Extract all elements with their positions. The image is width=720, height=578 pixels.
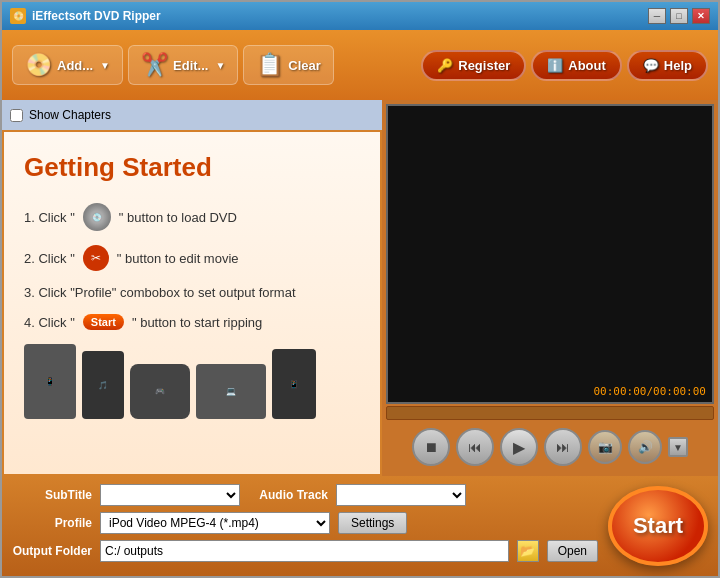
window-title: iEffectsoft DVD Ripper (32, 9, 648, 23)
start-button-area: Start (608, 486, 708, 566)
show-chapters-bar: Show Chapters (2, 100, 382, 130)
step-2: 2. Click " ✂ " button to edit movie (24, 245, 360, 271)
audio-track-select[interactable] (336, 484, 466, 506)
key-icon: 🔑 (437, 58, 453, 73)
clear-icon: 📋 (256, 52, 283, 78)
info-icon: ℹ️ (547, 58, 563, 73)
output-folder-label: Output Folder (12, 544, 92, 558)
step-3: 3. Click "Profile" combobox to set outpu… (24, 285, 360, 300)
step-1: 1. Click " 💿 " button to load DVD (24, 203, 360, 231)
window-controls: ─ □ ✕ (648, 8, 710, 24)
getting-started-panel: Getting Started 1. Click " 💿 " button to… (4, 132, 380, 474)
close-button[interactable]: ✕ (692, 8, 710, 24)
minimize-button[interactable]: ─ (648, 8, 666, 24)
getting-started-title: Getting Started (24, 152, 360, 183)
stop-button[interactable]: ⏹ (412, 428, 450, 466)
clear-button[interactable]: 📋 Clear (243, 45, 334, 85)
device-ipod: 🎵 (82, 351, 124, 419)
progress-bar-container[interactable] (386, 406, 714, 420)
help-button[interactable]: 💬 Help (627, 50, 708, 81)
device-psp: 🎮 (130, 364, 190, 419)
toolbar: 📀 Add... ▼ ✂️ Edit... ▼ 📋 Clear 🔑 Regist… (2, 30, 718, 100)
video-player-panel: 00:00:00/00:00:00 ⏹ ⏮ ▶ ⏭ 📷 🔊 ▼ (382, 100, 718, 476)
maximize-button[interactable]: □ (670, 8, 688, 24)
bottom-bar: SubTitle Audio Track Profile iPod Video … (2, 476, 718, 576)
about-button[interactable]: ℹ️ About (531, 50, 622, 81)
play-button[interactable]: ▶ (500, 428, 538, 466)
profile-label: Profile (12, 516, 92, 530)
volume-button[interactable]: 🔊 (628, 430, 662, 464)
edit-inline-icon: ✂ (83, 245, 109, 271)
show-chapters-label: Show Chapters (29, 108, 111, 122)
settings-button[interactable]: Settings (338, 512, 407, 534)
playback-controls: ⏹ ⏮ ▶ ⏭ 📷 🔊 ▼ (386, 422, 714, 472)
device-images: 📱 🎵 🎮 💻 📱 (24, 344, 360, 419)
show-chapters-checkbox[interactable] (10, 109, 23, 122)
device-phone: 📱 (24, 344, 76, 419)
register-label: Register (458, 58, 510, 73)
device-phone2: 📱 (272, 349, 316, 419)
subtitle-label: SubTitle (12, 488, 92, 502)
browse-folder-button[interactable]: 📂 (517, 540, 539, 562)
expand-button[interactable]: ▼ (668, 437, 688, 457)
subtitle-audio-row: SubTitle Audio Track (12, 484, 598, 506)
about-label: About (568, 58, 606, 73)
start-badge-icon: Start (83, 314, 124, 330)
edit-icon: ✂️ (141, 52, 168, 78)
start-icon: Start (633, 513, 683, 539)
prev-button[interactable]: ⏮ (456, 428, 494, 466)
video-display: 00:00:00/00:00:00 (386, 104, 714, 404)
subtitle-select[interactable] (100, 484, 240, 506)
audio-track-label: Audio Track (248, 488, 328, 502)
main-content: Show Chapters Getting Started 1. Click "… (2, 100, 718, 476)
audio-track-dropdown-container (336, 484, 466, 506)
clear-label: Clear (288, 58, 321, 73)
edit-button[interactable]: ✂️ Edit... ▼ (128, 45, 238, 85)
next-button[interactable]: ⏭ (544, 428, 582, 466)
title-bar: 📀 iEffectsoft DVD Ripper ─ □ ✕ (2, 2, 718, 30)
bottom-rows: SubTitle Audio Track Profile iPod Video … (12, 484, 598, 562)
add-arrow-icon: ▼ (100, 60, 110, 71)
edit-label: Edit... (173, 58, 208, 73)
start-rip-button[interactable]: Start (608, 486, 708, 566)
snapshot-button[interactable]: 📷 (588, 430, 622, 464)
output-folder-row: Output Folder 📂 Open (12, 540, 598, 562)
subtitle-dropdown-container (100, 484, 240, 506)
main-window: 📀 iEffectsoft DVD Ripper ─ □ ✕ 📀 Add... … (0, 0, 720, 578)
add-icon: 📀 (25, 52, 52, 78)
video-time-display: 00:00:00/00:00:00 (593, 385, 706, 398)
register-button[interactable]: 🔑 Register (421, 50, 526, 81)
device-laptop: 💻 (196, 364, 266, 419)
help-icon: 💬 (643, 58, 659, 73)
dvd-icon: 💿 (83, 203, 111, 231)
open-button[interactable]: Open (547, 540, 598, 562)
add-label: Add... (57, 58, 93, 73)
left-panel: Show Chapters Getting Started 1. Click "… (2, 100, 382, 476)
profile-select[interactable]: iPod Video MPEG-4 (*.mp4) (100, 512, 330, 534)
profile-row: Profile iPod Video MPEG-4 (*.mp4) Settin… (12, 512, 598, 534)
output-path-input[interactable] (100, 540, 509, 562)
add-button[interactable]: 📀 Add... ▼ (12, 45, 123, 85)
app-icon: 📀 (10, 8, 26, 24)
edit-arrow-icon: ▼ (215, 60, 225, 71)
help-label: Help (664, 58, 692, 73)
step-4: 4. Click " Start " button to start rippi… (24, 314, 360, 330)
